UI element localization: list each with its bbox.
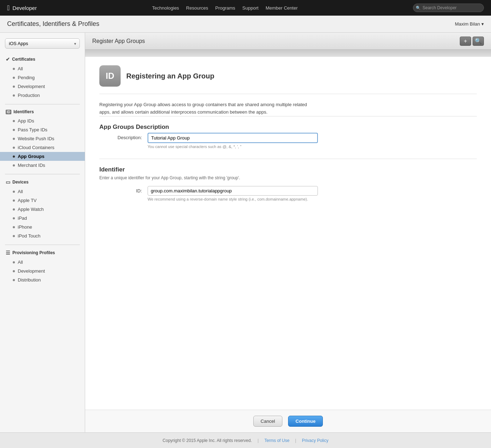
- description-field-row: Description: You cannot use special char…: [99, 133, 477, 149]
- sidebar-item-pending[interactable]: Pending: [0, 73, 85, 82]
- sidebar-platform-selector[interactable]: iOS Apps: [5, 38, 80, 49]
- cancel-button[interactable]: Cancel: [253, 416, 282, 427]
- description-hint: You cannot use special characters such a…: [148, 144, 318, 149]
- sidebar-item-label: Development: [18, 84, 45, 89]
- bullet-icon: [13, 191, 15, 193]
- sidebar-item-pass-type-ids[interactable]: Pass Type IDs: [0, 125, 85, 134]
- sidebar-item-ipad[interactable]: iPad: [0, 214, 85, 223]
- sidebar-item-label: iCloud Containers: [18, 145, 54, 150]
- bullet-icon: [13, 77, 15, 79]
- sidebar-item-iphone[interactable]: iPhone: [0, 223, 85, 231]
- bullet-icon: [13, 94, 15, 97]
- apple-icon: : [7, 4, 10, 12]
- header-bar: Certificates, Identifiers & Profiles Max…: [0, 16, 491, 33]
- user-dropdown[interactable]: Maxim Bilan ▾: [455, 21, 484, 27]
- identifiers-header: ID Identifiers: [0, 107, 85, 116]
- sidebar-item-merchant-ids[interactable]: Merchant IDs: [0, 161, 85, 170]
- sidebar-item-app-groups[interactable]: App Groups: [0, 152, 85, 161]
- sidebar-section-provisioning: ☰ Provisioning Profiles All Development …: [0, 248, 85, 284]
- content-area: Register App Groups + 🔍 ID Registering a…: [85, 33, 491, 432]
- description-label: Description:: [99, 133, 142, 140]
- sidebar-item-label: iPad: [18, 215, 27, 221]
- sidebar-item-website-push-ids[interactable]: Website Push IDs: [0, 134, 85, 143]
- certificates-header: ✔ Certificates: [0, 54, 85, 64]
- platform-select[interactable]: iOS Apps: [5, 38, 80, 49]
- bullet-icon: [13, 86, 15, 88]
- gray-stripe: [85, 50, 491, 57]
- sidebar-item-distribution-profile[interactable]: Distribution: [0, 275, 85, 284]
- sidebar-section-devices: ▭ Devices All Apple TV Apple Watch iPad: [0, 177, 85, 240]
- sidebar-item-ipod-touch[interactable]: iPod Touch: [0, 231, 85, 240]
- description-input[interactable]: [148, 133, 318, 143]
- nav-technologies[interactable]: Technologies: [152, 5, 179, 11]
- sidebar-item-label: Apple TV: [18, 198, 37, 203]
- bullet-icon: [13, 129, 15, 131]
- sidebar-divider: [5, 104, 80, 104]
- identifiers-label: Identifiers: [13, 109, 34, 114]
- sidebar-item-all-certs[interactable]: All: [0, 64, 85, 73]
- top-navigation:  Developer Technologies Resources Progr…: [0, 0, 491, 16]
- sidebar-item-icloud-containers[interactable]: iCloud Containers: [0, 143, 85, 152]
- user-name: Maxim Bilan: [455, 21, 480, 27]
- page-title: Certificates, Identifiers & Profiles: [7, 20, 99, 28]
- bullet-icon: [13, 226, 15, 228]
- sidebar-item-label: App IDs: [18, 118, 34, 124]
- sidebar: iOS Apps ✔ Certificates All Pending Deve…: [0, 33, 85, 432]
- bullet-icon: [13, 235, 15, 237]
- sidebar-item-label: App Groups: [18, 154, 44, 159]
- sidebar-item-label: All: [18, 259, 23, 265]
- provisioning-header: ☰ Provisioning Profiles: [0, 248, 85, 258]
- bullet-icon: [13, 279, 15, 281]
- sidebar-item-app-ids[interactable]: App IDs: [0, 116, 85, 125]
- header-actions: + 🔍: [460, 37, 484, 46]
- content-body: ID Registering an App Group Registering …: [85, 57, 491, 410]
- sidebar-item-label: Development: [18, 268, 45, 274]
- devices-icon: ▭: [6, 179, 10, 185]
- nav-member-center[interactable]: Member Center: [266, 5, 298, 11]
- add-button[interactable]: +: [460, 37, 471, 46]
- search-icon: 🔍: [416, 6, 421, 10]
- sidebar-item-apple-watch[interactable]: Apple Watch: [0, 205, 85, 214]
- register-description: Registering your App Group allows access…: [99, 101, 312, 116]
- sidebar-item-all-devices[interactable]: All: [0, 187, 85, 196]
- provisioning-label: Provisioning Profiles: [12, 250, 55, 255]
- bullet-icon: [13, 217, 15, 219]
- provisioning-icon: ☰: [6, 250, 10, 256]
- sidebar-section-identifiers: ID Identifiers App IDs Pass Type IDs Web…: [0, 107, 85, 170]
- identifier-section-title: Identifier: [99, 166, 477, 173]
- sidebar-section-certificates: ✔ Certificates All Pending Development P…: [0, 54, 85, 100]
- sidebar-item-label: Pending: [18, 75, 35, 80]
- terms-link[interactable]: Terms of Use: [264, 438, 289, 443]
- sidebar-divider: [5, 174, 80, 174]
- page-footer: Copyright © 2015 Apple Inc. All rights r…: [0, 432, 491, 448]
- devices-header: ▭ Devices: [0, 177, 85, 187]
- footer-divider-2: |: [295, 438, 296, 443]
- identifier-hint: We recommend using a reverse-domain name…: [148, 197, 318, 201]
- sidebar-item-development-cert[interactable]: Development: [0, 82, 85, 91]
- identifiers-icon: ID: [6, 110, 11, 114]
- sidebar-item-label: Pass Type IDs: [18, 127, 48, 132]
- sidebar-item-apple-tv[interactable]: Apple TV: [0, 196, 85, 205]
- sidebar-item-production-cert[interactable]: Production: [0, 91, 85, 100]
- footer-divider: |: [258, 438, 259, 443]
- identifier-field-row: ID: We recommend using a reverse-domain …: [99, 186, 477, 201]
- content-header: Register App Groups + 🔍: [85, 33, 491, 50]
- nav-programs[interactable]: Programs: [215, 5, 235, 11]
- brand-logo:  Developer: [7, 4, 37, 12]
- sidebar-item-all-profiles[interactable]: All: [0, 258, 85, 267]
- sidebar-item-label: Apple Watch: [18, 207, 44, 212]
- sidebar-item-label: All: [18, 66, 23, 71]
- privacy-link[interactable]: Privacy Policy: [302, 438, 329, 443]
- register-header: ID Registering an App Group: [99, 65, 477, 87]
- continue-button[interactable]: Continue: [288, 416, 323, 427]
- search-input[interactable]: [413, 4, 484, 12]
- search-button[interactable]: 🔍: [473, 37, 484, 46]
- nav-support[interactable]: Support: [242, 5, 259, 11]
- sidebar-item-development-profile[interactable]: Development: [0, 267, 85, 275]
- identifier-input[interactable]: [148, 186, 318, 196]
- sidebar-item-label: iPod Touch: [18, 233, 40, 239]
- nav-resources[interactable]: Resources: [186, 5, 208, 11]
- copyright-text: Copyright © 2015 Apple Inc. All rights r…: [162, 438, 252, 443]
- identifier-section-subtitle: Enter a unique identifier for your App G…: [99, 175, 477, 180]
- bullet-icon: [13, 138, 15, 140]
